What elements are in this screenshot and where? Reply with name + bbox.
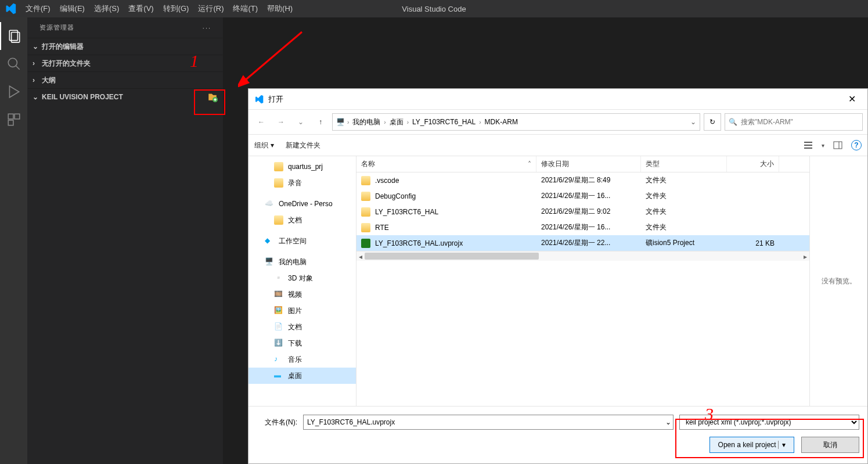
annotation-box-1 — [194, 89, 225, 115]
vscode-mini-icon — [254, 95, 264, 104]
nav-recent-icon[interactable]: ⌄ — [293, 114, 309, 130]
col-date[interactable]: 修改日期 — [536, 156, 641, 172]
annotation-label-3: 3 — [705, 404, 714, 424]
new-folder-button[interactable]: 新建文件夹 — [286, 141, 320, 150]
sidebar: 资源管理器 ··· ⌄ 打开的编辑器 › 无打开的文件夹 › 大纲 ⌄ KEIL — [28, 17, 223, 464]
menu-go[interactable]: 转到(G) — [159, 3, 194, 14]
chevron-right-icon: › — [384, 119, 386, 125]
file-name: .vscode — [375, 177, 399, 185]
chevron-right-icon: › — [479, 119, 481, 125]
menu-view[interactable]: 查看(V) — [124, 3, 158, 14]
file-name: RTE — [375, 224, 389, 232]
menu-edit[interactable]: 编辑(E) — [55, 3, 89, 14]
nav-back-icon[interactable]: ← — [253, 114, 269, 130]
svg-point-2 — [8, 58, 17, 67]
file-date: 2021/6/29/星期二 8:49 — [536, 175, 641, 185]
more-icon[interactable]: ··· — [203, 24, 211, 31]
file-type: 文件夹 — [641, 191, 727, 201]
chevron-right-icon: › — [33, 59, 42, 67]
chevron-down-icon: ⌄ — [33, 93, 42, 101]
section-no-folder-label: 无打开的文件夹 — [42, 59, 91, 69]
activity-extensions-icon[interactable] — [0, 106, 28, 134]
menu-help[interactable]: 帮助(H) — [262, 3, 297, 14]
tree-onedrive-docs[interactable]: 文档 — [248, 212, 356, 228]
file-name: LY_F103RCT6_HAL.uvprojx — [375, 239, 463, 247]
crumb-project[interactable]: LY_F103RCT6_HAL — [411, 118, 477, 126]
tree-record[interactable]: 录音 — [248, 175, 356, 191]
file-date: 2021/6/29/星期二 9:02 — [536, 207, 641, 217]
preview-pane-icon[interactable] — [831, 139, 844, 152]
svg-rect-12 — [804, 145, 812, 146]
file-size: 21 KB — [727, 239, 779, 247]
tree-mypc[interactable]: 🖥️我的电脑 — [248, 254, 356, 270]
tree-workspace[interactable]: ◆工作空间 — [248, 233, 356, 249]
crumb-root[interactable]: 我的电脑 — [351, 117, 381, 127]
section-outline-label: 大纲 — [42, 75, 56, 85]
dialog-titlebar: 打开 ✕ — [248, 89, 867, 110]
dialog-title: 打开 — [268, 94, 283, 105]
svg-rect-13 — [804, 148, 812, 149]
chevron-right-icon: › — [33, 76, 42, 84]
file-row[interactable]: DebugConfig2021/4/26/星期一 16...文件夹 — [356, 188, 809, 204]
folder-tree[interactable]: quartus_prj 录音 ☁️OneDrive - Perso 文档 ◆工作… — [248, 156, 356, 406]
file-row[interactable]: LY_F103RCT6_HAL.uvprojx2021/4/26/星期一 22.… — [356, 235, 809, 251]
col-name[interactable]: 名称˄ — [356, 156, 536, 172]
address-bar[interactable]: 🖥️ › 我的电脑 › 桌面 › LY_F103RCT6_HAL › MDK-A… — [332, 113, 700, 131]
tree-video[interactable]: 🎞️视频 — [248, 286, 356, 303]
tree-onedrive[interactable]: ☁️OneDrive - Perso — [248, 196, 356, 212]
scroll-right-icon[interactable]: ▸ — [801, 251, 809, 261]
file-row[interactable]: RTE2021/4/26/星期一 16...文件夹 — [356, 220, 809, 235]
filename-dropdown-icon[interactable]: ⌄ — [663, 415, 673, 430]
crumb-mdk[interactable]: MDK-ARM — [484, 118, 519, 126]
menu-run[interactable]: 运行(R) — [193, 3, 228, 14]
help-icon[interactable]: ? — [851, 140, 862, 150]
file-row[interactable]: LY_F103RCT6_HAL2021/6/29/星期二 9:02文件夹 — [356, 204, 809, 220]
dialog-nav: ← → ⌄ ↑ 🖥️ › 我的电脑 › 桌面 › LY_F103RCT6_HAL… — [248, 110, 867, 134]
column-headers[interactable]: 名称˄ 修改日期 类型 大小 — [356, 156, 809, 172]
tree-downloads[interactable]: ⬇️下载 — [248, 335, 356, 351]
scroll-thumb[interactable] — [365, 253, 539, 260]
chevron-down-icon[interactable]: ▾ — [822, 142, 824, 149]
activity-run-icon[interactable] — [0, 78, 28, 106]
menu-terminal[interactable]: 终端(T) — [228, 3, 262, 14]
filename-label: 文件名(N): — [257, 418, 297, 427]
preview-pane: 没有预览。 — [809, 156, 867, 406]
crumb-desktop[interactable]: 桌面 — [388, 117, 405, 127]
file-type: 文件夹 — [641, 175, 727, 185]
svg-rect-11 — [804, 142, 812, 143]
search-box[interactable]: 🔍 — [725, 113, 863, 131]
dialog-close-icon[interactable]: ✕ — [842, 91, 862, 107]
file-name: DebugConfig — [375, 192, 416, 200]
section-keil-label: KEIL UVISION PROJECT — [42, 93, 123, 101]
address-dropdown-icon[interactable]: ⌄ — [690, 118, 696, 126]
col-type[interactable]: 类型 — [641, 156, 727, 172]
refresh-icon[interactable]: ↻ — [704, 113, 721, 131]
activity-explorer-icon[interactable] — [0, 22, 28, 50]
file-date: 2021/4/26/星期一 16... — [536, 191, 641, 201]
menu-file[interactable]: 文件(F) — [21, 3, 55, 14]
filename-input[interactable] — [303, 415, 663, 430]
svg-rect-7 — [8, 120, 13, 125]
view-options-icon[interactable] — [802, 139, 815, 152]
col-size[interactable]: 大小 — [727, 156, 779, 172]
scroll-left-icon[interactable]: ◂ — [356, 251, 365, 261]
tree-pictures[interactable]: 🖼️图片 — [248, 303, 356, 319]
menu-select[interactable]: 选择(S) — [89, 3, 124, 14]
nav-up-icon[interactable]: ↑ — [312, 114, 329, 130]
folder-icon — [361, 223, 370, 232]
tree-3d[interactable]: ▫️3D 对象 — [248, 270, 356, 286]
file-type: 礦ision5 Project — [641, 238, 727, 248]
file-type: 文件夹 — [641, 222, 727, 232]
section-outline[interactable]: › 大纲 — [28, 72, 223, 88]
search-input[interactable] — [741, 118, 859, 126]
tree-desktop[interactable]: ▬桌面 — [248, 368, 356, 384]
horizontal-scrollbar[interactable]: ◂ ▸ — [356, 251, 809, 261]
tree-docs[interactable]: 📄文档 — [248, 319, 356, 335]
organize-dropdown[interactable]: 组织▾ — [254, 141, 274, 150]
tree-music[interactable]: ♪音乐 — [248, 351, 356, 368]
file-row[interactable]: .vscode2021/6/29/星期二 8:49文件夹 — [356, 172, 809, 188]
chevron-right-icon: › — [407, 119, 409, 125]
activity-search-icon[interactable] — [0, 50, 28, 78]
file-list-wrap: 名称˄ 修改日期 类型 大小 .vscode2021/6/29/星期二 8:49… — [356, 156, 809, 406]
tree-quartus[interactable]: quartus_prj — [248, 159, 356, 175]
